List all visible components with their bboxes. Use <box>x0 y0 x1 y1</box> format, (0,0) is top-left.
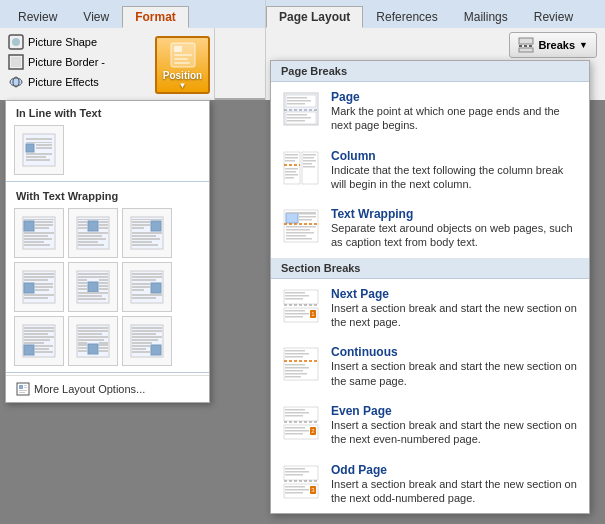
odd-page-break-text: Odd Page Insert a section break and star… <box>331 463 579 506</box>
odd-page-break-title: Odd Page <box>331 463 579 477</box>
break-item-continuous[interactable]: Continuous Insert a section break and st… <box>271 337 589 396</box>
left-tab-bar: Review View Format <box>0 0 265 28</box>
svg-rect-63 <box>24 279 48 281</box>
odd-page-break-desc: Insert a section break and start the new… <box>331 477 579 506</box>
svg-rect-176 <box>285 295 309 297</box>
svg-rect-18 <box>36 144 52 146</box>
svg-rect-41 <box>99 224 108 226</box>
svg-rect-46 <box>78 241 98 243</box>
svg-rect-216 <box>285 492 303 494</box>
svg-rect-160 <box>303 163 312 165</box>
position-button[interactable]: Position ▼ <box>155 36 210 94</box>
wrap-item-1[interactable] <box>14 208 64 258</box>
wrap-item-3[interactable] <box>122 208 172 258</box>
svg-rect-80 <box>99 288 108 290</box>
tab-references[interactable]: References <box>363 6 450 28</box>
svg-rect-72 <box>78 276 108 278</box>
tab-review[interactable]: Review <box>521 6 586 28</box>
wrap-item-9[interactable] <box>122 316 172 366</box>
svg-rect-133 <box>24 385 27 386</box>
svg-rect-50 <box>132 219 162 220</box>
break-item-text-wrapping[interactable]: Text Wrapping Separate text around objec… <box>271 199 589 258</box>
svg-rect-191 <box>285 367 309 369</box>
tab-mailings[interactable]: Mailings <box>451 6 521 28</box>
svg-rect-56 <box>132 238 160 240</box>
svg-rect-87 <box>132 276 162 278</box>
break-item-page[interactable]: Page Mark the point at which one page en… <box>271 82 589 141</box>
svg-rect-33 <box>24 244 50 246</box>
next-page-break-text: Next Page Insert a section break and sta… <box>331 287 579 330</box>
continuous-break-icon <box>281 345 321 383</box>
svg-rect-187 <box>285 353 309 355</box>
wrap-item-4[interactable] <box>14 262 64 312</box>
svg-rect-13 <box>519 48 533 52</box>
wrap-item-2[interactable] <box>68 208 118 258</box>
next-page-break-title: Next Page <box>331 287 579 301</box>
break-item-next-page[interactable]: 1 Next Page Insert a section break and s… <box>271 279 589 338</box>
tab-review[interactable]: Review <box>5 6 70 28</box>
svg-rect-65 <box>35 286 53 288</box>
svg-rect-96 <box>24 327 54 329</box>
tab-view[interactable]: View <box>70 6 122 28</box>
inline-position-item[interactable] <box>14 125 64 175</box>
svg-rect-205 <box>285 433 303 435</box>
break-item-even-page[interactable]: 2 Even Page Insert a section break and s… <box>271 396 589 455</box>
svg-rect-71 <box>78 273 108 275</box>
svg-rect-39 <box>78 227 87 229</box>
column-break-text: Column Indicate that the text following … <box>331 149 579 192</box>
wrap-item-5[interactable] <box>68 262 118 312</box>
svg-rect-126 <box>132 339 158 341</box>
wrap-item-8[interactable] <box>68 316 118 366</box>
svg-rect-140 <box>287 100 311 102</box>
svg-rect-186 <box>285 350 305 352</box>
svg-rect-184 <box>285 316 303 318</box>
svg-rect-75 <box>78 282 87 284</box>
svg-rect-83 <box>78 298 106 300</box>
svg-rect-11 <box>519 38 533 44</box>
break-item-odd-page[interactable]: 3 Odd Page Insert a section break and st… <box>271 455 589 514</box>
svg-rect-194 <box>285 376 301 378</box>
svg-rect-99 <box>24 336 54 338</box>
svg-rect-52 <box>132 224 150 226</box>
svg-rect-130 <box>132 351 150 353</box>
svg-rect-38 <box>78 224 87 226</box>
svg-rect-58 <box>132 244 158 246</box>
svg-rect-118 <box>78 350 87 352</box>
svg-rect-7 <box>174 46 182 52</box>
svg-rect-173 <box>286 238 312 240</box>
svg-rect-10 <box>174 62 190 64</box>
svg-rect-25 <box>24 219 54 220</box>
picture-border-label: Picture Border - <box>28 56 105 68</box>
svg-rect-47 <box>78 244 104 246</box>
svg-rect-104 <box>35 351 53 353</box>
break-item-column[interactable]: Column Indicate that the text following … <box>271 141 589 200</box>
svg-rect-92 <box>132 294 162 296</box>
wrap-item-6[interactable] <box>122 262 172 312</box>
tab-format[interactable]: Format <box>122 6 189 28</box>
svg-rect-85 <box>151 283 161 293</box>
svg-rect-125 <box>132 336 162 338</box>
svg-rect-82 <box>78 295 102 297</box>
more-layout-options-button[interactable]: More Layout Options... <box>6 375 209 402</box>
grid-row-1 <box>6 206 209 260</box>
svg-rect-128 <box>132 345 150 347</box>
svg-rect-190 <box>285 364 305 366</box>
svg-rect-76 <box>99 282 108 284</box>
svg-rect-146 <box>287 120 305 122</box>
layout-options-icon <box>16 382 30 396</box>
text-wrapping-break-icon <box>281 207 321 245</box>
wrap-item-7[interactable] <box>14 316 64 366</box>
svg-rect-167 <box>299 219 312 221</box>
breaks-button[interactable]: Breaks ▼ <box>509 32 597 58</box>
svg-rect-158 <box>303 157 314 159</box>
svg-rect-159 <box>303 160 316 162</box>
tab-page-layout[interactable]: Page Layout <box>266 6 363 28</box>
svg-rect-182 <box>285 310 305 312</box>
svg-rect-161 <box>303 166 315 168</box>
svg-rect-107 <box>78 327 108 329</box>
svg-rect-102 <box>35 345 53 347</box>
svg-rect-79 <box>78 288 87 290</box>
svg-rect-36 <box>78 219 108 220</box>
inline-section-title: In Line with Text <box>6 101 209 123</box>
svg-rect-73 <box>78 279 87 281</box>
